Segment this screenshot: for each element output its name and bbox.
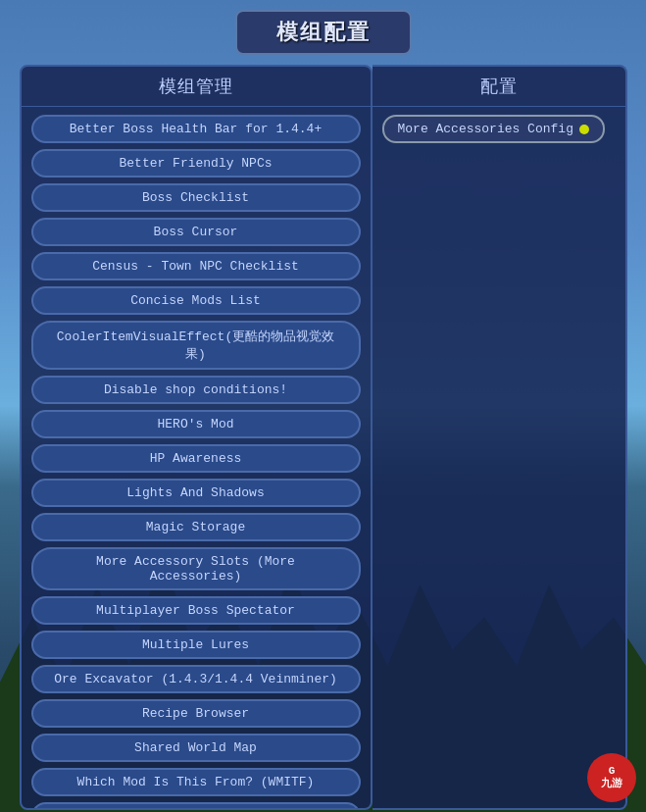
mod-button[interactable]: Recipe Browser bbox=[31, 699, 361, 728]
watermark: G九游 bbox=[587, 753, 636, 802]
mod-button[interactable]: Lights And Shadows bbox=[31, 479, 361, 507]
panels-wrapper: 模组管理 Better Boss Health Bar for 1.4.4+Be… bbox=[20, 65, 627, 810]
mod-button[interactable]: Wikithia bbox=[31, 802, 361, 808]
mod-button[interactable]: HP Awareness bbox=[31, 444, 361, 473]
mod-button[interactable]: Boss Cursor bbox=[31, 218, 361, 246]
mod-button[interactable]: Census - Town NPC Checklist bbox=[31, 252, 361, 280]
left-panel-header: 模组管理 bbox=[22, 67, 371, 107]
config-button[interactable]: More Accessories Config bbox=[382, 115, 605, 143]
mod-button[interactable]: HERO's Mod bbox=[31, 410, 361, 438]
mod-button[interactable]: Better Boss Health Bar for 1.4.4+ bbox=[31, 115, 361, 143]
mod-button[interactable]: More Accessory Slots (More Accessories) bbox=[31, 547, 361, 590]
mod-list: Better Boss Health Bar for 1.4.4+Better … bbox=[22, 107, 371, 808]
mod-button[interactable]: Better Friendly NPCs bbox=[31, 149, 361, 178]
config-list: More Accessories Config bbox=[373, 107, 625, 808]
right-panel: 配置 More Accessories Config bbox=[373, 65, 627, 810]
left-panel: 模组管理 Better Boss Health Bar for 1.4.4+Be… bbox=[20, 65, 373, 810]
main-container: 模组配置 模组管理 Better Boss Health Bar for 1.4… bbox=[0, 0, 646, 812]
config-button-label: More Accessories Config bbox=[398, 122, 573, 136]
mod-button[interactable]: Which Mod Is This From? (WMITF) bbox=[31, 768, 361, 796]
mod-button[interactable]: Multiplayer Boss Spectator bbox=[31, 596, 361, 625]
mod-button[interactable]: Concise Mods List bbox=[31, 286, 361, 315]
mod-button[interactable]: Ore Excavator (1.4.3/1.4.4 Veinminer) bbox=[31, 665, 361, 693]
config-active-dot bbox=[579, 125, 589, 134]
mod-button[interactable]: Magic Storage bbox=[31, 513, 361, 541]
right-panel-header: 配置 bbox=[373, 67, 625, 107]
watermark-text: G九游 bbox=[601, 765, 622, 790]
mod-button[interactable]: Disable shop conditions! bbox=[31, 376, 361, 404]
mod-button[interactable]: Boss Checklist bbox=[31, 183, 361, 212]
title-bar: 模组配置 bbox=[235, 10, 412, 55]
mod-button[interactable]: Multiple Lures bbox=[31, 631, 361, 659]
page-title: 模组配置 bbox=[276, 22, 371, 46]
mod-button[interactable]: CoolerItemVisualEffect(更酷的物品视觉效果) bbox=[31, 321, 361, 370]
mod-button[interactable]: Shared World Map bbox=[31, 734, 361, 762]
